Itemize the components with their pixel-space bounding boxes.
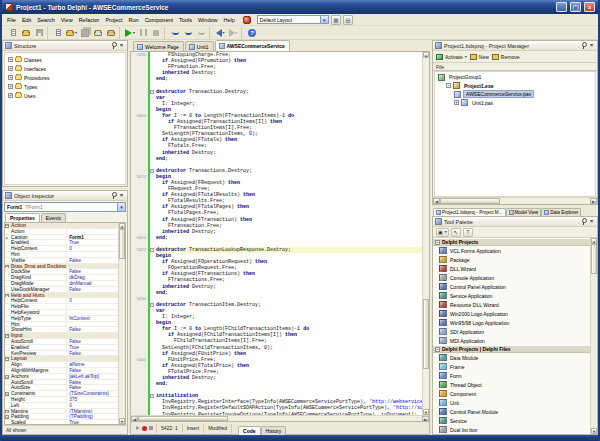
- instance-selector-combo[interactable]: Form1 TForm1 ▾: [4, 202, 126, 212]
- navigate-back-button[interactable]: ▾: [214, 27, 226, 38]
- menu-search[interactable]: Search: [34, 16, 57, 24]
- collapse-icon[interactable]: −: [5, 294, 9, 298]
- palette-item-win95-98-logo-application[interactable]: Win95/98 Logo Application: [433, 318, 590, 327]
- property-value[interactable]: (TPadding): [67, 414, 118, 419]
- project-tree-node[interactable]: +Unit1.pas: [435, 99, 595, 108]
- property-value[interactable]: False: [67, 258, 118, 263]
- pin-icon[interactable]: [581, 42, 586, 49]
- project-tree-node[interactable]: -Project1.exe: [435, 82, 595, 91]
- property-value[interactable]: True: [67, 240, 118, 245]
- menu-help[interactable]: Help: [220, 16, 237, 24]
- code-editor[interactable]: 5390 FShippingCharge.Free;· if Assigned(…: [130, 51, 430, 415]
- pin-icon[interactable]: [111, 42, 116, 49]
- scroll-right-icon[interactable]: ▶: [590, 198, 597, 204]
- palette-category[interactable]: −Delphi Projects | Delphi Files: [433, 345, 590, 353]
- project-tree-scrollbar[interactable]: ◀ ▶: [433, 197, 597, 204]
- palette-help-button[interactable]: ?: [463, 228, 473, 237]
- property-value[interactable]: False: [67, 385, 118, 390]
- collapse-icon[interactable]: −: [435, 240, 440, 245]
- cursor-button[interactable]: ↖: [451, 228, 461, 237]
- editor-tab-welcome-page[interactable]: Welcome Page: [133, 41, 184, 51]
- editor-tab-unit1[interactable]: Unit1: [185, 41, 214, 51]
- open-project-button[interactable]: ▾: [65, 27, 78, 38]
- palette-item-data-module[interactable]: Data Module: [433, 353, 590, 362]
- new-items-button[interactable]: [7, 27, 19, 38]
- palette-item-resource-dll-wizard[interactable]: Resource DLL Wizard: [433, 300, 590, 309]
- scroll-right-icon[interactable]: ▶: [422, 416, 429, 421]
- expand-icon[interactable]: +: [454, 100, 459, 105]
- scroll-left-icon[interactable]: ◀: [433, 198, 440, 204]
- menu-refactor[interactable]: Refactor: [76, 16, 103, 24]
- remove-button[interactable]: Remove: [492, 54, 520, 60]
- expand-icon[interactable]: +: [8, 57, 13, 62]
- property-value[interactable]: False: [67, 380, 118, 385]
- scroll-left-icon[interactable]: ◀: [131, 416, 138, 421]
- scrollbar-thumb[interactable]: [440, 198, 500, 204]
- save-file-button[interactable]: [33, 27, 45, 38]
- property-value[interactable]: [67, 252, 118, 257]
- menu-file[interactable]: File: [4, 16, 19, 24]
- scroll-down-icon[interactable]: ▼: [119, 418, 125, 424]
- palette-item-dll-wizard[interactable]: DLL Wizard: [433, 264, 590, 273]
- editor-vertical-scrollbar[interactable]: ▲ ▼: [422, 52, 429, 415]
- activate-button[interactable]: Activate▾: [436, 54, 467, 60]
- palette-category[interactable]: −Delphi Projects: [433, 238, 590, 246]
- expand-icon[interactable]: +: [8, 75, 13, 80]
- run-button[interactable]: ▾: [124, 27, 136, 38]
- expand-icon[interactable]: +: [8, 93, 13, 98]
- navigate-forward-button[interactable]: ▾: [227, 27, 239, 38]
- run-to-cursor-button[interactable]: [195, 27, 207, 38]
- property-value[interactable]: False: [67, 339, 118, 344]
- scrollbar-track[interactable]: [500, 198, 590, 204]
- chevron-down-icon[interactable]: ▾: [117, 203, 125, 211]
- file-column-header[interactable]: File: [433, 63, 597, 71]
- dock-tab-data-explorer[interactable]: Data Explorer: [541, 208, 581, 216]
- structure-node-types[interactable]: +Types: [8, 82, 125, 91]
- scrollbar-track[interactable]: [423, 369, 429, 409]
- palette-item-form[interactable]: Form: [433, 371, 590, 380]
- tab-code[interactable]: Code: [238, 426, 261, 435]
- menu-run[interactable]: Run: [126, 16, 142, 24]
- palette-item-control-panel-module[interactable]: Control Panel Module: [433, 407, 590, 416]
- property-grid-scrollbar[interactable]: ▲ ▼: [118, 223, 125, 424]
- scrollbar-track[interactable]: [228, 416, 422, 421]
- property-value[interactable]: dmManual: [67, 281, 118, 286]
- macro-play-icon[interactable]: [136, 426, 140, 430]
- palette-item-mdi-application[interactable]: MDI Application: [433, 336, 590, 345]
- property-value[interactable]: dkDrag: [67, 275, 118, 280]
- editor-tab-awsecommerceservice[interactable]: AWSECommerceService: [215, 40, 290, 51]
- dock-tab-model-view[interactable]: Model View: [506, 208, 542, 216]
- property-value[interactable]: False: [67, 287, 118, 292]
- save-layout-button[interactable]: ▦: [331, 15, 341, 25]
- palette-item-control-panel-application[interactable]: Control Panel Application: [433, 282, 590, 291]
- maximize-button[interactable]: ▢: [570, 2, 581, 12]
- scrollbar-thumb[interactable]: [138, 416, 228, 421]
- step-over-button[interactable]: [182, 27, 194, 38]
- code-lines[interactable]: 5390 FShippingCharge.Free;· if Assigned(…: [131, 52, 422, 415]
- property-value[interactable]: [akLeft,akTop]: [67, 374, 118, 379]
- close-icon[interactable]: ×: [588, 42, 595, 49]
- palette-item-console-application[interactable]: Console Application: [433, 273, 590, 282]
- property-value[interactable]: (TMargins): [67, 409, 118, 414]
- palette-item-service-application[interactable]: Service Application: [433, 291, 590, 300]
- expand-icon[interactable]: +: [5, 415, 9, 419]
- fold-collapse-icon[interactable]: −: [150, 394, 154, 398]
- expand-icon[interactable]: +: [5, 375, 9, 379]
- collapse-icon[interactable]: −: [5, 224, 9, 228]
- add-file-button[interactable]: [92, 27, 104, 38]
- collapse-icon[interactable]: −: [5, 265, 9, 269]
- palette-item-service[interactable]: Service: [433, 416, 590, 425]
- palette-item-component[interactable]: Component: [433, 389, 590, 398]
- property-value[interactable]: False: [67, 269, 118, 274]
- palette-item-frame[interactable]: Frame: [433, 362, 590, 371]
- scrollbar-track[interactable]: [423, 58, 429, 299]
- expand-icon[interactable]: +: [5, 392, 9, 396]
- menu-tools[interactable]: Tools: [176, 16, 195, 24]
- tab-properties[interactable]: Properties: [5, 213, 40, 222]
- collapse-icon[interactable]: −: [5, 357, 9, 361]
- expand-icon[interactable]: +: [8, 84, 13, 89]
- macro-record-icon[interactable]: [142, 426, 147, 431]
- tool-palette-scrollbar[interactable]: ▲ ▼: [590, 238, 597, 434]
- expand-icon[interactable]: +: [8, 66, 13, 71]
- palette-menu-button[interactable]: ▣▾: [436, 228, 449, 237]
